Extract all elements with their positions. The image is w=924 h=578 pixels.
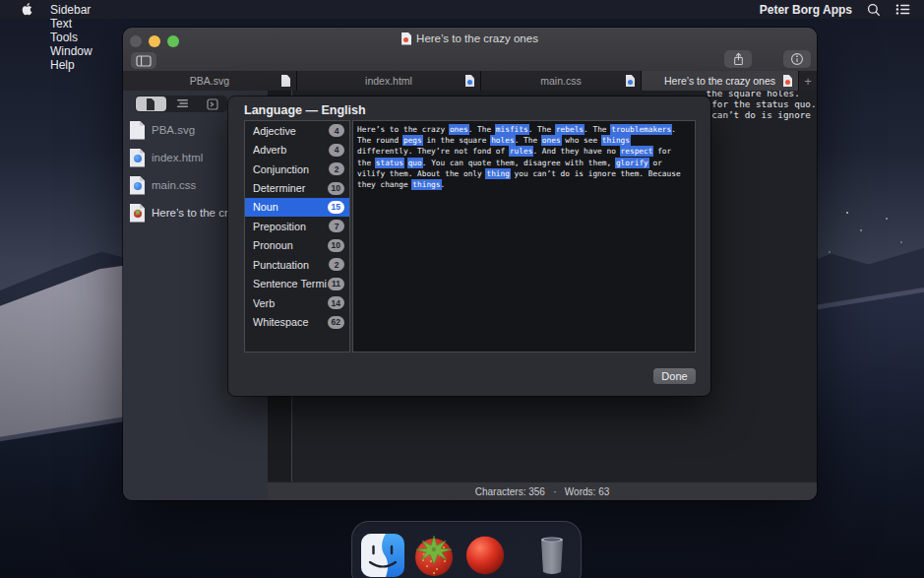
menu-item-window[interactable]: Window bbox=[41, 44, 113, 58]
language-dialog: Language — English Adjective4Adverb4Conj… bbox=[228, 96, 710, 396]
file-name: main.css bbox=[152, 179, 196, 191]
tab-label: Here’s to the crazy ones bbox=[664, 75, 775, 87]
word-type-row-adverb[interactable]: Adverb4 bbox=[245, 140, 349, 159]
strawberry-app-icon[interactable] bbox=[411, 533, 457, 578]
word-type-row-noun[interactable]: Noun15 bbox=[245, 198, 349, 217]
editor-visible-text: the square holes.t for the status quo.u … bbox=[701, 91, 817, 121]
highlighted-word: rules bbox=[510, 147, 532, 156]
word-type-row-determiner[interactable]: Determiner10 bbox=[245, 178, 349, 197]
word-type-label: Pronoun bbox=[253, 239, 328, 251]
word-type-row-preposition[interactable]: Preposition7 bbox=[245, 217, 349, 235]
apple-menu[interactable] bbox=[12, 0, 41, 19]
count-badge: 11 bbox=[328, 278, 344, 290]
count-badge: 15 bbox=[328, 201, 344, 214]
search-icon[interactable] bbox=[867, 3, 881, 17]
finder-icon[interactable] bbox=[361, 534, 404, 577]
word-type-label: Punctuation bbox=[253, 259, 329, 271]
word-type-row-verb[interactable]: Verb14 bbox=[245, 293, 349, 312]
preview-text-line: they change things. bbox=[357, 179, 691, 190]
tab-label: main.css bbox=[540, 75, 581, 87]
word-type-row-sentence-termi[interactable]: Sentence Termi…11 bbox=[245, 275, 349, 293]
document-icon bbox=[130, 149, 145, 167]
trash-icon[interactable] bbox=[530, 533, 574, 578]
word-type-row-adjective[interactable]: Adjective4 bbox=[245, 121, 349, 140]
strawberry-leaves-icon bbox=[135, 209, 142, 216]
tab-label: index.html bbox=[365, 75, 412, 87]
highlighted-word: troublemakers bbox=[611, 125, 671, 134]
highlighted-word: things bbox=[412, 180, 440, 189]
info-button[interactable] bbox=[783, 50, 811, 68]
window-chrome: Here’s to the crazy ones bbox=[123, 28, 817, 71]
highlighted-word: quo bbox=[408, 159, 422, 167]
word-type-row-whitespace[interactable]: Whitespace62 bbox=[245, 312, 349, 331]
word-type-label: Determiner bbox=[253, 182, 328, 194]
menu-item-text[interactable]: Text bbox=[41, 17, 113, 31]
menu-bar-right: Peter Borg Apps bbox=[760, 0, 924, 19]
highlighted-word: ones bbox=[542, 136, 561, 145]
tab-pba-svg[interactable]: PBA.svg bbox=[123, 71, 297, 91]
document-icon bbox=[465, 75, 474, 87]
menu-item-peter-borg-apps[interactable]: Peter Borg Apps bbox=[760, 3, 852, 17]
count-badge: 4 bbox=[329, 144, 344, 157]
toggle-sidebar-button[interactable] bbox=[131, 52, 156, 69]
share-button[interactable] bbox=[724, 50, 752, 68]
word-type-list: Adjective4Adverb4Conjunction2Determiner1… bbox=[244, 120, 350, 353]
count-badge: 62 bbox=[328, 316, 344, 329]
window-title-row: Here’s to the crazy ones bbox=[123, 31, 817, 46]
preview-text-line: vilify them. About the only thing you ca… bbox=[357, 168, 691, 179]
advanced-view-segment[interactable] bbox=[197, 96, 227, 112]
preview-text-line: The round pegs in the square holes. The … bbox=[357, 135, 691, 146]
highlighted-word: respect bbox=[621, 147, 653, 156]
preview-text-line: differently. They’re not fond of rules. … bbox=[357, 146, 691, 157]
menu-item-help[interactable]: Help bbox=[41, 58, 113, 72]
preview-text-line: Here’s to the crazy ones. The misfits. T… bbox=[357, 124, 691, 135]
highlighted-word: pegs bbox=[403, 136, 422, 145]
file-name: index.html bbox=[152, 152, 203, 163]
dock bbox=[351, 521, 582, 578]
file-name: PBA.svg bbox=[152, 124, 195, 136]
editor-text-line: u can’t do is ignore bbox=[701, 110, 817, 121]
document-icon bbox=[130, 176, 145, 195]
count-badge: 7 bbox=[329, 220, 344, 232]
count-badge: 2 bbox=[329, 162, 344, 175]
red-ball-app-icon[interactable] bbox=[463, 534, 507, 577]
highlighted-word: things bbox=[602, 136, 630, 145]
tab-bar: PBA.svgindex.htmlmain.cssHere’s to the c… bbox=[123, 71, 817, 91]
new-tab-button[interactable]: + bbox=[799, 71, 817, 91]
word-type-row-pronoun[interactable]: Pronoun10 bbox=[245, 236, 349, 255]
tab-here-s-to-the-crazy-ones[interactable]: Here’s to the crazy ones bbox=[642, 71, 799, 91]
documents-view-segment[interactable] bbox=[136, 96, 166, 111]
highlighted-word: ones bbox=[450, 125, 468, 134]
document-icon bbox=[401, 32, 411, 45]
word-type-row-punctuation[interactable]: Punctuation2 bbox=[245, 255, 349, 274]
word-type-label: Conjunction bbox=[253, 163, 329, 175]
count-badge: 10 bbox=[328, 239, 344, 252]
menu-item-sidebar[interactable]: Sidebar bbox=[41, 3, 113, 17]
list-menu-icon[interactable] bbox=[895, 3, 910, 16]
menu-bar-left: SmultronFileEditViewSidebarTextToolsWind… bbox=[0, 0, 113, 19]
dialog-title: Language — English bbox=[244, 103, 366, 117]
highlighted-word: status bbox=[376, 159, 403, 167]
done-button[interactable]: Done bbox=[653, 368, 696, 384]
word-type-label: Whitespace bbox=[253, 316, 328, 328]
functions-view-segment[interactable] bbox=[167, 96, 198, 112]
tab-index-html[interactable]: index.html bbox=[297, 71, 481, 91]
word-type-row-conjunction[interactable]: Conjunction2 bbox=[245, 160, 349, 178]
menu-item-tools[interactable]: Tools bbox=[41, 31, 113, 44]
tab-main-css[interactable]: main.css bbox=[481, 71, 642, 91]
sidebar-view-switcher bbox=[135, 96, 227, 112]
tab-label: PBA.svg bbox=[190, 75, 229, 87]
document-icon bbox=[281, 75, 290, 87]
count-badge: 10 bbox=[328, 182, 344, 195]
highlighted-word: glorify bbox=[616, 159, 648, 167]
count-badge: 14 bbox=[328, 296, 344, 309]
window-title: Here’s to the crazy ones bbox=[416, 32, 538, 44]
menu-items: SmultronFileEditViewSidebarTextToolsWind… bbox=[41, 0, 113, 72]
word-type-label: Sentence Termi… bbox=[253, 278, 328, 289]
highlighted-word: thing bbox=[486, 169, 509, 178]
highlighted-word: rebels bbox=[556, 125, 584, 134]
document-icon bbox=[626, 75, 635, 87]
word-type-label: Adverb bbox=[253, 144, 329, 156]
menu-bar: SmultronFileEditViewSidebarTextToolsWind… bbox=[0, 0, 924, 19]
text-preview-pane: Here’s to the crazy ones. The misfits. T… bbox=[352, 120, 696, 353]
